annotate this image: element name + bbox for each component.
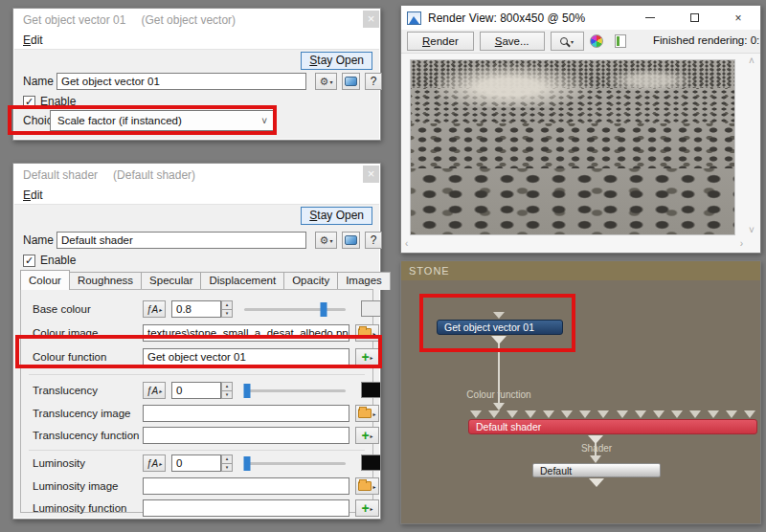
horizontal-scrollbar[interactable]: ‹ › — [405, 238, 743, 252]
slider-handle[interactable] — [244, 456, 251, 471]
scroll-up-icon[interactable]: ˄ — [749, 56, 755, 66]
plus-icon: + — [361, 430, 369, 441]
browse-image-button[interactable]: ▸ — [355, 477, 379, 495]
node-output-port-icon[interactable] — [589, 478, 604, 487]
tab-displacement[interactable]: Displacement — [200, 272, 284, 290]
enable-checkbox[interactable]: ✓ Enable — [23, 254, 76, 267]
tab-opacity[interactable]: Opacity — [283, 272, 338, 290]
node-canvas[interactable]: Get object vector 01 Colour function Def… — [401, 280, 760, 523]
base-colour-swatch[interactable] — [361, 300, 381, 317]
function-button[interactable]: ƒA ▸ — [143, 382, 166, 399]
maximize-button[interactable] — [672, 6, 716, 30]
menu-right-icon: ▸ — [159, 306, 162, 313]
spin-down-icon[interactable]: ▾ — [221, 310, 233, 319]
preview-button[interactable] — [342, 232, 360, 249]
spin-down-icon[interactable]: ▾ — [221, 391, 233, 400]
close-icon[interactable]: × — [363, 166, 379, 183]
luminosity-input[interactable]: 0 — [171, 454, 221, 472]
shader-input-ports[interactable] — [470, 410, 755, 418]
settings-button[interactable]: ⚙ ▾ — [315, 73, 337, 90]
node-default-shader[interactable]: Default shader — [468, 419, 757, 434]
base-colour-input[interactable]: 0.8 — [171, 300, 221, 318]
node-input-port-icon[interactable] — [493, 312, 505, 319]
settings-button[interactable]: ⚙ ▾ — [315, 232, 337, 249]
scroll-left-icon[interactable]: ‹ — [405, 239, 408, 249]
dialog-titlebar[interactable]: Get object vector 01 (Get object vector)… — [13, 9, 380, 32]
choice-dropdown[interactable]: Scale factor (if instanced) ˅ — [50, 110, 275, 131]
spin-up-icon[interactable]: ▴ — [221, 454, 233, 464]
preview-button[interactable] — [342, 73, 360, 90]
enable-checkbox[interactable]: ✓ Enable — [23, 95, 76, 108]
luminosity-swatch[interactable] — [361, 454, 381, 471]
translucency-stepper[interactable]: ▴ ▾ — [221, 382, 233, 399]
translucency-slider[interactable] — [244, 389, 346, 392]
name-input[interactable]: Default shader — [56, 232, 306, 249]
base-colour-slider[interactable] — [244, 308, 346, 311]
menu-edit[interactable]: Edit — [23, 188, 43, 202]
add-function-button[interactable]: + ▸ — [355, 427, 379, 444]
vertical-scrollbar[interactable]: ˄ ˅ — [745, 56, 758, 235]
checkbox-box: ✓ — [23, 255, 35, 267]
luminosity-function-input[interactable] — [143, 499, 349, 517]
node-get-object-vector[interactable]: Get object vector 01 — [437, 320, 563, 335]
browse-image-button[interactable]: ▸ — [355, 405, 379, 422]
minimize-button[interactable] — [628, 6, 672, 30]
tab-images[interactable]: Images — [337, 272, 391, 290]
render-button[interactable]: Render — [407, 32, 474, 51]
enable-label: Enable — [40, 254, 76, 267]
dialog-titlebar[interactable]: Default shader (Default shader) × — [13, 164, 380, 187]
function-button[interactable]: ƒA ▸ — [143, 454, 166, 472]
function-button[interactable]: ƒA ▸ — [143, 300, 166, 318]
luminosity-slider[interactable] — [244, 462, 346, 465]
base-colour-stepper[interactable]: ▴ ▾ — [221, 300, 233, 318]
colour-tab-panel: Base colour ƒA ▸ 0.8 ▴ ▾ — [20, 289, 373, 513]
caption-buttons: × — [628, 6, 760, 30]
spin-up-icon[interactable]: ▴ — [221, 382, 233, 391]
save-button[interactable]: Save... — [480, 32, 545, 51]
terrain-light-patch — [605, 69, 696, 92]
function-icon: ƒA — [146, 304, 158, 315]
node-default[interactable]: Default — [532, 463, 661, 477]
help-button[interactable]: ? — [365, 73, 382, 90]
name-input[interactable]: Get object vector 01 — [56, 73, 306, 90]
name-label: Name — [23, 233, 54, 247]
node-network-pane: STONE Get object vector 01 Colour functi… — [400, 260, 761, 524]
slider-handle[interactable] — [244, 384, 251, 398]
spin-up-icon[interactable]: ▴ — [221, 300, 233, 310]
luminosity-function-label: Luminosity function — [33, 502, 126, 514]
luminosity-stepper[interactable]: ▴ ▾ — [221, 454, 233, 472]
translucency-input[interactable]: 0 — [171, 382, 221, 399]
node-group-header[interactable]: STONE — [401, 261, 760, 280]
slider-handle[interactable] — [320, 302, 327, 317]
menu-right-icon: ▸ — [372, 410, 375, 417]
close-icon[interactable]: × — [363, 11, 379, 28]
browse-image-button[interactable]: ▸ — [355, 324, 379, 342]
luminosity-image-input[interactable] — [143, 477, 349, 495]
rendered-terrain-image[interactable] — [410, 59, 735, 235]
translucency-function-label: Translucency function — [33, 430, 139, 441]
colour-image-input[interactable]: textures\stone_small_a_desat_albedo.png — [143, 324, 349, 342]
translucency-function-input[interactable] — [143, 427, 349, 444]
stay-open-button[interactable]: Stay Open — [301, 207, 372, 225]
tab-specular[interactable]: Specular — [141, 272, 201, 290]
dialog-type-label: (Default shader) — [113, 168, 195, 182]
colour-controls-icon[interactable] — [590, 34, 603, 48]
tab-colour[interactable]: Colour — [20, 270, 70, 290]
menu-edit[interactable]: Edit — [23, 33, 43, 47]
translucency-row: Translucency ƒA ▸ 0 ▴ ▾ — [21, 382, 372, 400]
render-log-icon[interactable] — [615, 34, 626, 48]
translucency-image-input[interactable] — [143, 405, 349, 422]
zoom-button[interactable]: ▾ — [551, 32, 584, 51]
close-button[interactable]: × — [716, 6, 760, 30]
stay-open-button[interactable]: Stay Open — [301, 52, 372, 70]
translucency-swatch[interactable] — [361, 382, 381, 398]
scroll-right-icon[interactable]: › — [740, 239, 743, 249]
add-function-button[interactable]: + ▸ — [355, 499, 379, 517]
spin-down-icon[interactable]: ▾ — [221, 464, 233, 473]
tab-roughness[interactable]: Roughness — [69, 272, 142, 290]
help-button[interactable]: ? — [365, 232, 382, 249]
scroll-down-icon[interactable]: ˅ — [749, 226, 755, 235]
colour-function-input[interactable]: Get object vector 01 — [143, 348, 349, 366]
add-function-button[interactable]: + ▸ — [355, 348, 379, 366]
window-default-shader: Default shader (Default shader) × Edit S… — [12, 163, 381, 520]
